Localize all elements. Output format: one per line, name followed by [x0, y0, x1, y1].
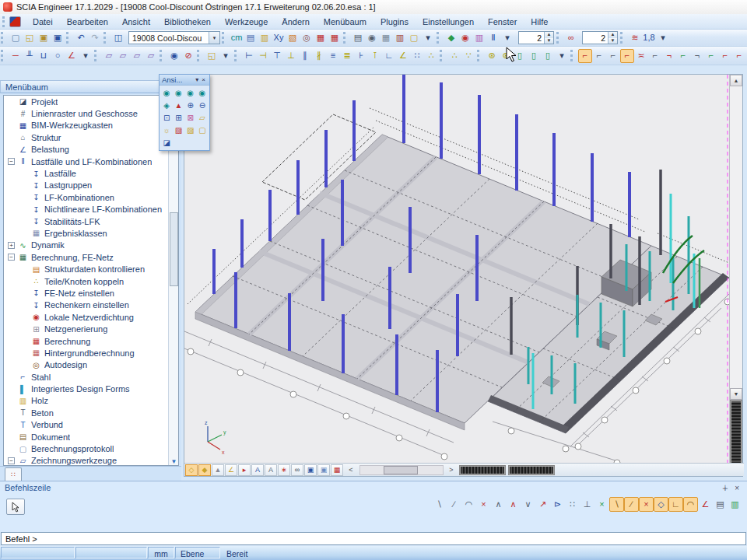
view-icon-label-nodes[interactable]: A — [251, 464, 264, 476]
view-icon-show-grid[interactable]: ▦ — [331, 464, 343, 476]
icon-overflow[interactable]: ▾ — [79, 49, 93, 63]
project-dropdown[interactable]: 19008 Cool-Discou ▾ — [128, 31, 220, 44]
icon-calculator[interactable]: ▦ — [379, 31, 393, 45]
icon-member-tool-6[interactable]: ∦ — [312, 49, 326, 63]
tree-scrollbar[interactable]: ▼ — [168, 96, 178, 466]
icon-member-tool-10[interactable]: ⊺ — [368, 49, 382, 63]
menu-item-bibliotheken[interactable]: Bibliotheken — [157, 15, 218, 29]
tree-item[interactable]: ↧ Nichtlineare LF-Kombinationen — [4, 204, 178, 215]
menu-item-datei[interactable]: Datei — [26, 15, 60, 29]
icon-redo[interactable]: ↷ — [88, 31, 102, 45]
tree-item[interactable]: ▌ Integriertes Design Forms — [4, 383, 178, 394]
pin-icon[interactable]: ∔ — [719, 484, 731, 492]
palette-icon-image-2[interactable]: ▨ — [185, 124, 196, 136]
panel-tab-tree[interactable]: ∷ — [5, 467, 22, 481]
status-cell-plane[interactable]: Ebene XY — [175, 547, 220, 558]
icon-clipboard[interactable]: ▧ — [286, 31, 300, 45]
tree-item[interactable]: T Beton — [4, 407, 178, 418]
tree-item[interactable]: ⌂ Struktur — [4, 131, 178, 143]
tree-item[interactable]: ◉ Lokale Netzverdichtung — [4, 311, 178, 323]
icon-snap-line[interactable]: ∖ — [432, 497, 447, 512]
spinner-up-icon[interactable]: ▲ — [545, 32, 553, 38]
tree-item[interactable]: ▦ BIM-Werkzeugkasten — [4, 120, 178, 131]
viewport-canvas[interactable]: z y x — [184, 75, 731, 464]
icon-angle[interactable]: ∠ — [65, 49, 79, 63]
status-cell-info[interactable] — [75, 547, 147, 558]
icon-member-tool-4[interactable]: ⊥ — [284, 49, 298, 63]
view-icon-show-loads[interactable]: ∠ — [225, 464, 237, 476]
icon-member-tool-14[interactable]: ∴ — [424, 49, 438, 63]
icon-coord-info[interactable]: Xy — [272, 31, 286, 45]
tree-item[interactable]: ∠ Belastung — [4, 144, 178, 156]
tree-item[interactable]: ↧ FE-Netz einstellen — [4, 287, 178, 299]
icon-snap-ruler[interactable]: ⊥ — [580, 497, 594, 512]
tree-item[interactable]: ◎ Autodesign — [4, 359, 178, 371]
palette-close-icon[interactable]: × — [200, 76, 207, 83]
tree-item[interactable]: ⌐ Stahl — [4, 371, 178, 383]
palette-icon-view-params[interactable]: ◪ — [161, 137, 172, 149]
icon-snap-vertex[interactable]: ∧ — [491, 497, 506, 512]
view-icon-show-axes[interactable]: ∗ — [278, 464, 290, 476]
icon-copy-4[interactable]: ▱ — [144, 49, 158, 63]
icon-column[interactable]: ╨ — [23, 49, 37, 63]
spinner-up-icon[interactable]: ▲ — [608, 32, 617, 38]
tree-item[interactable]: ∴ Teile/Knoten koppeln — [4, 275, 178, 287]
icon-doc-zoom[interactable]: ◉ — [458, 31, 472, 45]
menu-item-aendern[interactable]: Ändern — [275, 15, 316, 29]
palette-header[interactable]: Ansi... ▾ × — [160, 75, 209, 86]
icon-member-tool-9[interactable]: ⊦ — [354, 49, 368, 63]
icon-wind-generator[interactable]: ≋ — [628, 31, 642, 45]
icon-no-brush[interactable]: ⊘ — [181, 49, 195, 63]
scroll-down-button[interactable]: ▼ — [730, 388, 742, 400]
icon-member-tool-8[interactable]: ≣ — [340, 49, 354, 63]
tree-item[interactable]: − ▦ Berechnung, FE-Netz — [4, 251, 178, 263]
icon-wall-tool-1[interactable]: ⌐ — [578, 49, 592, 63]
scale-spinner-2[interactable]: 2 ▲▼ — [582, 31, 618, 44]
icon-member-tool-7[interactable]: ≡ — [326, 49, 340, 63]
view-icon-window-2[interactable]: ▣ — [317, 464, 330, 476]
scroll-up-button[interactable]: ▲ — [730, 75, 742, 86]
dropdown-arrow-icon[interactable]: ▾ — [209, 32, 219, 44]
icon-layers[interactable]: ▤ — [244, 31, 258, 45]
icon-project-window[interactable]: ◫ — [111, 31, 125, 45]
icon-circle[interactable]: ○ — [51, 49, 65, 63]
tree-item[interactable]: ↧ Lastfälle — [4, 167, 178, 179]
icon-folder[interactable]: ◱ — [205, 49, 219, 63]
icon-snap-cursor[interactable]: ⊳ — [550, 497, 565, 512]
tree-item[interactable]: + ∿ Dynamik — [4, 240, 178, 251]
view-icon-search[interactable]: ∞ — [291, 464, 303, 476]
menu-item-werkzeuge[interactable]: Werkzeuge — [218, 15, 275, 29]
menu-item-plugins[interactable]: Plugins — [374, 15, 416, 29]
view-icon-render-mode[interactable]: ◇ — [185, 464, 198, 476]
palette-icon-clip-box[interactable]: ▢ — [197, 124, 208, 136]
spinner-down-icon[interactable]: ▼ — [608, 38, 617, 44]
icon-save[interactable]: ▣ — [51, 31, 65, 45]
viewport-vscrollbar[interactable]: ▲ ▼ — [729, 75, 742, 464]
icon-section[interactable]: Ⅱ — [486, 31, 500, 45]
tree-item[interactable]: ▦ Ergebnisklassen — [4, 227, 178, 239]
tree-item[interactable]: − ‖ Lastfälle und LF-Kombinationen — [4, 156, 178, 167]
status-cell-coords[interactable] — [1, 547, 75, 558]
icon-paste-3[interactable]: ▯ — [541, 49, 555, 63]
palette-icon-image-1[interactable]: ▨ — [173, 124, 184, 136]
icon-snap-line-2[interactable]: ∕ — [447, 497, 461, 512]
tree-expander[interactable]: + — [8, 242, 15, 249]
icon-eye[interactable]: ◉ — [167, 49, 181, 63]
palette-icon-view-x[interactable]: ◉ — [161, 87, 172, 99]
icon-wall-tool-10[interactable]: ⌐ — [704, 49, 718, 63]
palette-menu-icon[interactable]: ▾ — [194, 76, 200, 83]
icon-new-document[interactable]: ▢ — [9, 31, 23, 45]
tree-item[interactable]: ↧ Lastgruppen — [4, 180, 178, 191]
scroll-right-button[interactable]: > — [446, 464, 457, 476]
icon-link-2[interactable]: ⊛ — [499, 49, 513, 63]
minimized-window-bar-1[interactable] — [459, 465, 506, 475]
icon-overflow[interactable]: ▾ — [421, 31, 435, 45]
icon-snap-endpoint[interactable]: ∖ — [609, 497, 624, 512]
command-input[interactable]: Befehl > — [1, 532, 746, 545]
icon-snap-delete[interactable]: × — [476, 497, 491, 512]
palette-icon-zoom-out[interactable]: ⊖ — [197, 100, 208, 111]
icon-member-tool-12[interactable]: ∠ — [396, 49, 410, 63]
tree-scroll-down-icon[interactable]: ▼ — [170, 457, 178, 466]
icon-snap-vertex-2[interactable]: ∧ — [506, 497, 521, 512]
view-icon-window-1[interactable]: ▣ — [304, 464, 317, 476]
